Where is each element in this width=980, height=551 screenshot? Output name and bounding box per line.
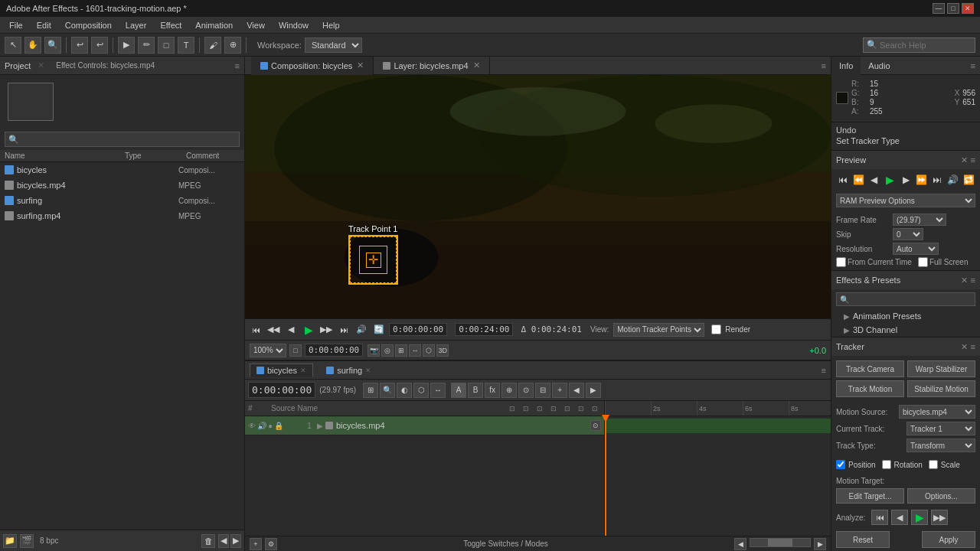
timeline-mode-9[interactable]: ▶ [586,383,601,398]
menu-edit[interactable]: Edit [31,19,57,31]
prev-step-fwd-btn[interactable]: ▶ [899,172,913,187]
timeline-mode-1[interactable]: A [451,383,466,398]
apply-btn[interactable]: Apply [922,531,975,548]
track-type-select[interactable]: Transform [906,439,975,452]
list-item[interactable]: bicycles Composi... [0,162,244,178]
prev-last-btn[interactable]: ⏭ [930,172,944,187]
timeline-mode-6[interactable]: ⊟ [535,383,550,398]
timeline-tool-3[interactable]: ◐ [397,383,412,398]
trans-btn[interactable]: ↔ [409,344,421,357]
effects-panel-menu[interactable]: ≡ [971,276,975,285]
tool-pen[interactable]: ✏ [138,37,155,54]
lock-icon[interactable]: 🔒 [274,422,283,430]
tool-hand[interactable]: ✋ [24,37,41,54]
render-checkbox[interactable] [711,324,721,334]
panel-menu-icon[interactable]: ≡ [235,61,240,70]
viewer-panel-menu[interactable]: ≡ [817,61,831,70]
effects-search-input[interactable] [851,295,972,304]
tab-audio[interactable]: Audio [861,57,897,75]
new-folder-btn[interactable]: 📁 [3,534,17,548]
solo-icon[interactable]: ● [268,422,273,430]
track-motion-btn[interactable]: Track Motion [836,380,904,397]
layer-expand[interactable]: ▶ [317,422,323,430]
tracker-close-icon[interactable]: ✕ [961,342,968,352]
audio-btn[interactable]: 🔊 [354,322,369,337]
tool-shape[interactable]: □ [158,37,175,54]
bicycles-tab-close[interactable]: ✕ [300,367,306,374]
reset-btn[interactable]: Reset [836,531,890,548]
timeline-mode-8[interactable]: ◀ [569,383,584,398]
analyze-play-btn[interactable]: ▶ [911,510,928,525]
edit-target-btn[interactable]: Edit Target... [836,488,904,504]
timeline-mode-4[interactable]: ⊕ [501,383,517,398]
tab-layer[interactable]: Layer: bicycles.mp4 ✕ [374,57,489,75]
menu-help[interactable]: Help [316,19,346,31]
comp-tab-close[interactable]: ✕ [357,60,364,70]
menu-effect[interactable]: Effect [154,19,188,31]
project-search-input[interactable] [21,135,236,144]
from-current-checkbox[interactable] [836,257,846,267]
ram-preview-options-select[interactable]: RAM Preview Options [836,194,975,207]
menu-window[interactable]: Window [273,19,315,31]
play-back-btn[interactable]: ◀ [283,322,299,337]
track-camera-btn[interactable]: Track Camera [836,360,904,377]
timeline-mode-2[interactable]: B [468,383,483,398]
timeline-tab-surfing[interactable]: surfing ✕ [319,364,378,377]
grid-btn[interactable]: ⊞ [395,344,407,357]
scroll-bar[interactable] [750,538,811,547]
snap-btn[interactable]: ◎ [381,344,394,357]
prev-audio-btn[interactable]: 🔊 [946,172,960,187]
loop-btn[interactable]: 🔄 [371,322,387,337]
prev-first-btn[interactable]: ⏮ [836,172,850,187]
layer-tab-close[interactable]: ✕ [473,60,480,70]
view-select[interactable]: Motion Tracker Points [613,323,704,337]
analyze-fwd-btn[interactable]: ▶▶ [931,510,948,525]
timeline-tool-2[interactable]: 🔍 [380,383,395,398]
tracker-panel-menu[interactable]: ≡ [971,342,975,352]
position-checkbox[interactable] [836,460,845,469]
tab-info[interactable]: Info [831,57,861,75]
prev-step-back-btn[interactable]: ◀ [867,172,881,187]
close-button[interactable]: ✕ [962,3,974,14]
effects-3d-channel[interactable]: ▶ 3D Channel [831,323,980,337]
tab-composition[interactable]: Composition: bicycles ✕ [251,57,374,75]
layer-name[interactable]: bicycles.mp4 [336,421,590,430]
bottom-settings-btn[interactable]: ⚙ [265,538,277,550]
tool-text[interactable]: T [178,37,194,54]
timeline-tool-4[interactable]: ⬡ [413,383,429,398]
tool-clone[interactable]: ⊕ [224,37,241,54]
layer-row[interactable]: 👁 🔊 ● 🔒 1 ▶ bicycles.mp4 ⊙ [245,416,604,435]
bottom-add-btn[interactable]: + [250,538,262,550]
menu-animation[interactable]: Animation [189,19,239,31]
play-prev-btn[interactable]: ◀◀ [266,322,281,337]
menu-file[interactable]: File [3,19,29,31]
timeline-time-display[interactable]: 0:00:00:00 [248,382,315,398]
playhead[interactable] [605,416,606,536]
effects-animation-presets[interactable]: ▶ Animation Presets [831,309,980,323]
skip-select[interactable]: 0 [893,228,923,240]
rotation-checkbox[interactable] [882,460,891,469]
play-next-btn[interactable]: ▶▶ [318,322,334,337]
timeline-mode-7[interactable]: + [552,383,567,398]
layer-switch-1[interactable]: ⊙ [590,420,601,431]
effects-close-icon[interactable]: ✕ [961,276,968,285]
list-item[interactable]: bicycles.mp4 MPEG [0,178,244,193]
prev-loop-btn[interactable]: 🔁 [962,172,976,187]
current-track-select[interactable]: Tracker 1 [906,422,975,435]
mask-btn[interactable]: ⬡ [423,344,435,357]
timeline-mode-3[interactable]: fx [485,383,500,398]
list-item[interactable]: surfing Composi... [0,193,244,208]
menu-layer[interactable]: Layer [119,19,153,31]
tool-brush[interactable]: 🖌 [204,37,221,54]
tool-arrow[interactable]: ↖ [5,37,21,54]
menu-composition[interactable]: Composition [59,19,118,31]
timeline-tab-bicycles[interactable]: bicycles ✕ [250,364,313,377]
motion-source-select[interactable]: bicycles.mp4 [899,405,975,419]
scroll-left-btn[interactable]: ◀ [734,538,746,550]
workspace-select[interactable]: Standard [305,37,362,53]
timeline-tool-5[interactable]: ↔ [430,383,446,398]
toggle-modes-label[interactable]: Toggle Switches / Modes [463,540,548,548]
prev-back-btn[interactable]: ⏪ [852,172,866,187]
analyze-back-btn[interactable]: ◀ [891,510,908,525]
play-first-btn[interactable]: ⏮ [248,322,263,337]
